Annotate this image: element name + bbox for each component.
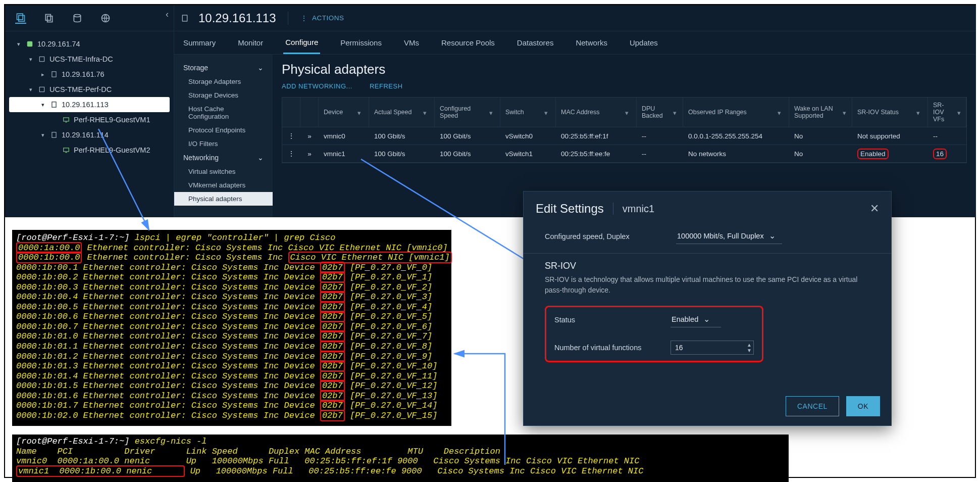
cell-sriov-status: Not supported — [852, 128, 928, 144]
tab-updates[interactable]: Updates — [628, 31, 660, 54]
spinner-icon[interactable]: ▲▼ — [747, 342, 752, 353]
networking-icon[interactable] — [100, 13, 111, 24]
tree-host-114[interactable]: ▾ 10.29.161.114 — [9, 127, 170, 142]
close-icon[interactable]: ✕ — [870, 202, 879, 215]
col-actual-speed[interactable]: Actual Speed▾ — [369, 98, 435, 127]
status-select[interactable]: Enabled ⌄ — [670, 312, 721, 327]
vf-count-label: Number of virtual functions — [554, 344, 670, 352]
add-networking-link[interactable]: ADD NETWORKING... — [282, 82, 352, 90]
cell-wol: No — [789, 146, 852, 162]
cell-configured-speed: 100 Gbit/s — [435, 146, 500, 162]
tab-vms[interactable]: VMs — [402, 31, 421, 54]
svg-point-4 — [74, 14, 80, 17]
filter-icon: ▾ — [673, 109, 678, 115]
actions-menu[interactable]: ⋮ ACTIONS — [300, 14, 344, 22]
tree-host-113[interactable]: ▾ 10.29.161.113 — [9, 97, 170, 112]
cell-observed-ip: 0.0.0.1-255.255.255.254 — [683, 128, 789, 144]
config-item-vmkernel-adapters[interactable]: VMkernel adapters — [174, 178, 273, 192]
tree-dc-perf[interactable]: ▾ UCS-TME-Perf-DC — [9, 82, 170, 97]
config-item-virtual-switches[interactable]: Virtual switches — [174, 165, 273, 178]
tree-vcenter[interactable]: ▾ 10.29.161.74 — [9, 36, 170, 52]
svg-rect-2 — [45, 14, 50, 20]
tab-monitor[interactable]: Monitor — [236, 31, 265, 54]
svg-rect-15 — [65, 152, 67, 153]
col-mac[interactable]: MAC Address▾ — [556, 98, 637, 127]
config-section-storage[interactable]: Storage ⌄ — [174, 61, 273, 75]
tab-configure[interactable]: Configure — [283, 31, 320, 54]
terminal-lspci: [root@Perf-Esxi-1-7:~] lspci | egrep "co… — [12, 230, 451, 426]
vertical-divider — [613, 203, 613, 215]
row-menu-icon[interactable]: ⋮ — [282, 127, 300, 144]
config-item-i-o-filters[interactable]: I/O Filters — [174, 137, 273, 151]
filter-icon: ▾ — [489, 109, 495, 115]
expand-row-icon[interactable]: » — [300, 128, 319, 144]
host-tabs: SummaryMonitorConfigurePermissionsVMsRes… — [174, 31, 976, 55]
chevron-down-icon: ⌄ — [257, 64, 264, 72]
filter-icon: ▾ — [778, 109, 784, 115]
sriov-description: SR-IOV is a technology that allows multi… — [545, 274, 870, 296]
svg-rect-1 — [19, 15, 25, 21]
cell-dpu: -- — [637, 146, 683, 162]
row-menu-icon[interactable]: ⋮ — [282, 145, 300, 162]
dialog-title: Edit Settings — [536, 202, 604, 216]
tree-label: Perf-RHEL9-GuestVM1 — [74, 116, 150, 124]
config-section-networking[interactable]: Networking ⌄ — [174, 151, 273, 165]
hosts-and-clusters-icon[interactable] — [15, 13, 26, 24]
sriov-highlight-box: Status Enabled ⌄ Number of virtual funct… — [545, 306, 763, 362]
inventory-panel: ‹ ▾ 10.29.161.74 ▾ UCS-TME-Infra-DC — [5, 5, 174, 217]
config-item-host-cache-configuration[interactable]: Host Cache Configuration — [174, 102, 273, 123]
table-row[interactable]: ⋮»vmnic0100 Gbit/s100 Gbit/svSwitch000:2… — [282, 127, 966, 145]
col-configured-speed[interactable]: Configured Speed▾ — [435, 98, 500, 127]
host-icon — [49, 130, 59, 139]
col-dpu[interactable]: DPU Backed▾ — [637, 98, 683, 127]
config-item-physical-adapters[interactable]: Physical adapters — [174, 192, 273, 206]
vm-icon — [62, 115, 71, 124]
tab-permissions[interactable]: Permissions — [338, 31, 384, 54]
vms-templates-icon[interactable] — [43, 13, 55, 24]
expand-row-icon[interactable]: » — [300, 146, 319, 162]
svg-rect-9 — [39, 87, 44, 91]
col-sriov-status[interactable]: SR-IOV Status▾ — [852, 98, 928, 127]
col-observed-ip[interactable]: Observed IP Ranges▾ — [683, 98, 789, 127]
host-icon — [49, 70, 59, 79]
cell-switch: vSwitch0 — [500, 128, 556, 144]
collapse-sidebar-icon[interactable]: ‹ — [166, 9, 169, 20]
col-device[interactable]: Device▾ — [319, 98, 369, 127]
host-title-bar: 10.29.161.113 ⋮ ACTIONS — [174, 5, 976, 31]
cell-configured-speed: 100 Gbit/s — [435, 128, 500, 144]
cell-device: vmnic0 — [319, 128, 369, 144]
config-item-storage-adapters[interactable]: Storage Adapters — [174, 75, 273, 88]
tree-vm-1[interactable]: Perf-RHEL9-GuestVM1 — [9, 112, 170, 127]
cancel-button[interactable]: CANCEL — [786, 396, 839, 416]
refresh-link[interactable]: REFRESH — [370, 82, 403, 90]
tab-networks[interactable]: Networks — [574, 31, 609, 54]
col-wol[interactable]: Wake on LAN Supported▾ — [789, 98, 852, 127]
storage-icon[interactable] — [72, 13, 83, 24]
speed-select[interactable]: 100000 Mbit/s, Full Duplex ⌄ — [676, 229, 782, 244]
svg-rect-14 — [64, 148, 69, 152]
svg-rect-8 — [52, 72, 56, 77]
chevron-down-icon: ⌄ — [257, 154, 264, 162]
filter-icon: ▾ — [625, 109, 631, 115]
tab-resource-pools[interactable]: Resource Pools — [439, 31, 497, 54]
filter-icon: ▾ — [843, 109, 847, 115]
tree-vm-2[interactable]: Perf-RHEL9-GuestVM2 — [9, 142, 170, 158]
configure-sidebar: Storage ⌄ Storage AdaptersStorage Device… — [174, 55, 273, 217]
vm-icon — [62, 146, 71, 155]
svg-rect-16 — [182, 15, 187, 21]
table-header-row: Device▾ Actual Speed▾ Configured Speed▾ … — [282, 98, 966, 127]
config-item-protocol-endpoints[interactable]: Protocol Endpoints — [174, 123, 273, 137]
tree-dc-infra[interactable]: ▾ UCS-TME-Infra-DC — [9, 52, 170, 67]
ok-button[interactable]: OK — [846, 396, 880, 416]
vf-count-input[interactable] — [670, 341, 754, 355]
tree-label: 10.29.161.76 — [62, 70, 105, 78]
speed-value: 100000 Mbit/s, Full Duplex — [677, 232, 764, 240]
tab-datastores[interactable]: Datastores — [515, 31, 556, 54]
config-item-storage-devices[interactable]: Storage Devices — [174, 88, 273, 102]
col-sriov-vfs[interactable]: SR-IOV VFs▾ — [928, 98, 966, 127]
tab-summary[interactable]: Summary — [181, 31, 218, 54]
tree-host-76[interactable]: ▸ 10.29.161.76 — [9, 67, 170, 82]
table-row[interactable]: ⋮»vmnic1100 Gbit/s100 Gbit/svSwitch100:2… — [282, 145, 966, 163]
col-switch[interactable]: Switch▾ — [500, 98, 556, 127]
host-ip-title: 10.29.161.113 — [198, 11, 276, 25]
